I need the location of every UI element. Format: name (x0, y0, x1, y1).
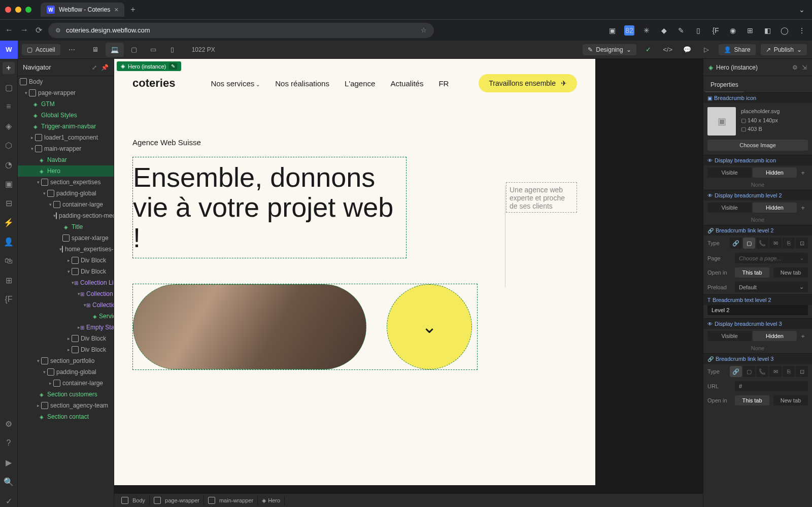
breadcrumb-item[interactable]: main-wrapper (204, 496, 258, 505)
section-breadcrumb-icon[interactable]: ▣Breadcrumb icon (703, 92, 812, 103)
navigator-icon[interactable]: ≡ (3, 100, 15, 113)
webflow-logo-icon[interactable]: W (0, 41, 18, 59)
hero-image[interactable] (133, 284, 366, 369)
tree-item[interactable]: ▾section_portfolio (18, 355, 114, 366)
tree-item[interactable]: ▾section_expertises (18, 177, 114, 188)
address-bar[interactable]: ⚙ coteries.design.webflow.com ☆ (48, 23, 434, 38)
section-bc-link-l2[interactable]: 🔗Breadcrumb link level 2 (703, 225, 812, 235)
preview-icon[interactable]: ▷ (699, 43, 714, 57)
section-display-bc-l2[interactable]: 👁Display breadcrumb level 2 (703, 190, 812, 200)
minimize-window-icon[interactable] (15, 7, 21, 13)
hidden-toggle[interactable]: Hidden (753, 331, 797, 341)
extension-icon[interactable]: ✳ (641, 25, 652, 36)
tree-item[interactable]: ▸Div Block (18, 333, 114, 344)
nav-link-realisations[interactable]: Nos réalisations (275, 79, 329, 88)
tree-item[interactable]: ▸section_agency-team (18, 400, 114, 411)
this-tab-toggle[interactable]: This tab (735, 395, 769, 405)
hero-media-row[interactable]: ⌄ (132, 284, 478, 370)
settings-icon[interactable]: ⚙ (792, 64, 798, 71)
mode-switcher[interactable]: ✎ Designing ⌄ (583, 44, 636, 55)
design-canvas[interactable]: coteries Nos services⌄ Nos réalisations … (114, 59, 595, 485)
users-icon[interactable]: 👤 (3, 235, 15, 248)
add-state-button[interactable]: + (798, 202, 808, 213)
code-icon[interactable]: </> (661, 43, 675, 57)
collapse-icon[interactable]: ⤢ (92, 64, 97, 71)
extension-icon[interactable]: ✎ (676, 25, 686, 36)
page-select[interactable]: Choose a page...⌄ (735, 253, 808, 263)
tree-item-component[interactable]: ◈Service (18, 311, 114, 322)
search-icon[interactable]: 🔍 (3, 476, 15, 488)
site-settings-icon[interactable]: ⚙ (55, 27, 61, 34)
nav-link-actualites[interactable]: Actualités (390, 79, 423, 88)
extension-icon[interactable]: {F (710, 25, 721, 36)
tree-item[interactable]: ▾padding-section-med (18, 210, 114, 221)
breadcrumb-item[interactable]: page-wrapper (150, 496, 204, 505)
extensions-menu-icon[interactable]: ⊞ (745, 25, 755, 36)
add-state-button[interactable]: + (798, 167, 808, 178)
tree-item-component[interactable]: ◈Section contact (18, 411, 114, 422)
tree-item[interactable]: ▾padding-global (18, 188, 114, 199)
tree-item-component[interactable]: ◈Global Styles (18, 110, 114, 121)
section-display-bc-l3[interactable]: 👁Display breadcrumb level 3 (703, 318, 812, 329)
tree-item[interactable]: ▸loader1_component (18, 132, 114, 143)
new-tab-button[interactable]: + (130, 5, 135, 14)
ecommerce-icon[interactable]: 🛍 (3, 255, 15, 267)
profile-avatar-icon[interactable]: ◯ (780, 25, 790, 36)
new-tab-toggle[interactable]: New tab (773, 267, 808, 278)
hidden-toggle[interactable]: Hidden (753, 167, 797, 178)
link-section-icon[interactable]: ⊡ (796, 366, 808, 377)
image-thumbnail[interactable]: ▣ (707, 107, 736, 136)
tablet-landscape-button[interactable]: ▭ (144, 43, 162, 57)
pages-icon[interactable]: ▢ (3, 81, 15, 93)
cta-button[interactable]: Travaillons ensemble ✈ (479, 74, 577, 92)
tree-item-component[interactable]: ◈Navbar (18, 154, 114, 165)
nav-link-agence[interactable]: L'agence (345, 79, 375, 88)
tree-item[interactable]: ▾page-wrapper (18, 87, 114, 98)
tree-item[interactable]: ▾main-wrapper (18, 143, 114, 154)
nav-link-services[interactable]: Nos services⌄ (211, 79, 260, 88)
link-url-icon[interactable]: 🔗 (730, 238, 742, 249)
maximize-window-icon[interactable] (25, 7, 31, 13)
tree-item[interactable]: ▾padding-global (18, 366, 114, 378)
link-page-icon[interactable]: ▢ (743, 366, 755, 377)
breadcrumb-item[interactable]: Body (117, 496, 150, 505)
link-phone-icon[interactable]: 📞 (756, 366, 768, 377)
unlink-icon[interactable]: ⇲ (802, 64, 807, 71)
back-button[interactable]: ← (5, 25, 13, 35)
hero-subtitle[interactable]: Une agence web experte et proche de ses … (506, 182, 577, 213)
variables-icon[interactable]: ⬡ (3, 139, 15, 151)
section-display-bc-icon[interactable]: 👁Display breadcrumb icon (703, 155, 812, 165)
share-button[interactable]: 👤 Share (719, 44, 756, 55)
tree-item[interactable]: spacer-xlarge (18, 232, 114, 244)
bookmark-icon[interactable]: ☆ (421, 26, 427, 34)
tablet-device-button[interactable]: ▢ (125, 43, 143, 57)
apps-icon[interactable]: ⊞ (3, 274, 15, 286)
link-phone-icon[interactable]: 📞 (756, 238, 768, 249)
link-url-icon[interactable]: 🔗 (730, 366, 742, 377)
section-bc-text-l2[interactable]: TBreadcrumb text level 2 (703, 294, 812, 305)
comment-icon[interactable]: 💬 (680, 43, 694, 57)
this-tab-toggle[interactable]: This tab (735, 267, 769, 278)
tree-item[interactable]: ▾container-large (18, 199, 114, 210)
settings-icon[interactable]: ⚙ (3, 418, 15, 430)
assets-icon[interactable]: ▣ (3, 178, 15, 190)
link-section-icon[interactable]: ⊡ (796, 238, 808, 249)
extension-icon[interactable]: 82 (624, 25, 634, 36)
tree-item[interactable]: ▾Div Block (18, 266, 114, 277)
logic-icon[interactable]: ⚡ (3, 216, 15, 228)
tree-item-body[interactable]: Body (18, 76, 114, 87)
nav-link-lang[interactable]: FR (438, 79, 449, 88)
cms-icon[interactable]: ⊟ (3, 197, 15, 209)
audit-icon[interactable]: ✓ (3, 495, 15, 507)
close-tab-icon[interactable]: × (114, 6, 118, 14)
link-email-icon[interactable]: ✉ (769, 366, 782, 377)
extension-icon[interactable]: ◉ (728, 25, 738, 36)
breadcrumb-text-input[interactable] (707, 305, 808, 315)
visible-toggle[interactable]: Visible (707, 167, 752, 178)
tree-item-component[interactable]: ◈Section customers (18, 389, 114, 400)
tree-item-collection[interactable]: ▾⊞Collection (18, 299, 114, 311)
components-icon[interactable]: ◈ (3, 120, 15, 132)
browser-menu-icon[interactable]: ⋮ (797, 25, 807, 36)
tree-item-component[interactable]: ◈Title (18, 221, 114, 232)
edit-icon[interactable]: ✎ (169, 63, 177, 70)
